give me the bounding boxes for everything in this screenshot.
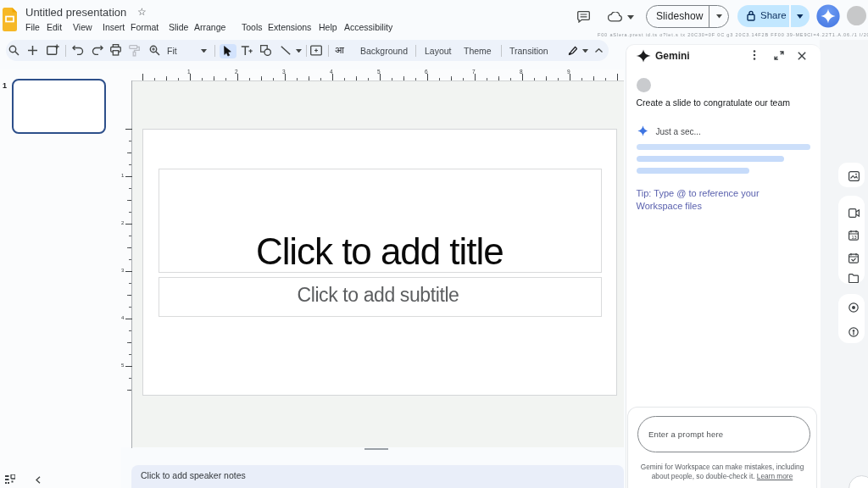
svg-text:13: 13 [851,235,856,240]
